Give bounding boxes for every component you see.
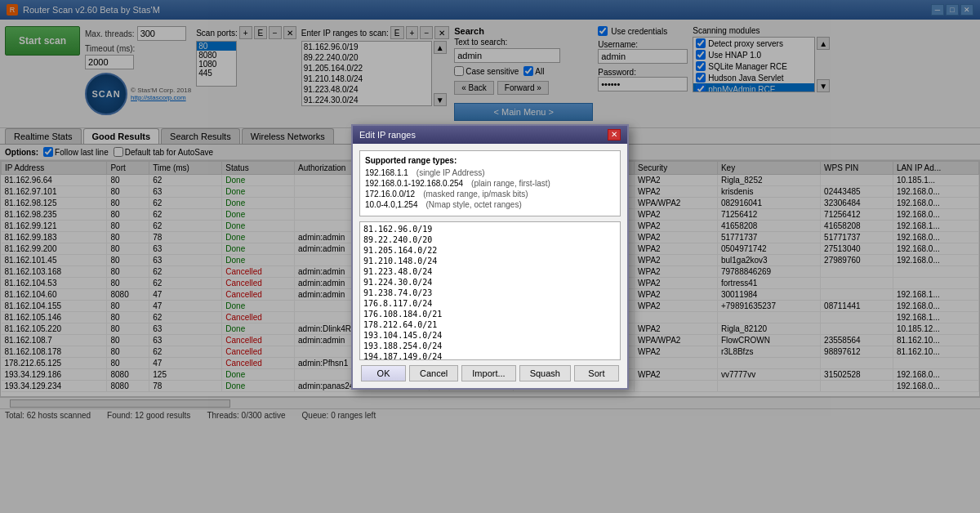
type-code-3: 172.16.0.0/12 — [365, 190, 415, 199]
modal-ip-item: 91.224.30.0/24 — [362, 277, 618, 288]
type-row-4: 10.0-4.0,1.254 (Nmap style, octet ranges… — [365, 200, 615, 209]
type-code-2: 192.168.0.1-192.168.0.254 — [365, 179, 463, 188]
modal-body: Supported range types: 192.168.1.1 (sing… — [353, 144, 627, 388]
modal-overlay: Edit IP ranges ✕ Supported range types: … — [0, 0, 980, 422]
modal-title-bar: Edit IP ranges ✕ — [353, 126, 627, 144]
modal-close-button[interactable]: ✕ — [608, 129, 621, 141]
type-desc-1: (single IP Address) — [416, 168, 485, 177]
modal-ip-item: 91.223.48.0/24 — [362, 266, 618, 277]
modal-title: Edit IP ranges — [359, 130, 416, 140]
type-desc-4: (Nmap style, octet ranges) — [426, 200, 522, 209]
modal-ip-item: 91.238.74.0/23 — [362, 288, 618, 298]
modal-ip-item: 194.187.149.0/24 — [362, 351, 618, 360]
modal-ip-item: 193.104.145.0/24 — [362, 330, 618, 341]
modal-cancel-button[interactable]: Cancel — [409, 365, 458, 381]
modal-ok-button[interactable]: OK — [361, 365, 406, 381]
modal-ip-item: 81.162.96.0/19 — [362, 224, 618, 234]
type-code-4: 10.0-4.0,1.254 — [365, 200, 418, 209]
modal-ip-item: 178.212.64.0/21 — [362, 319, 618, 330]
modal-ip-item: 193.188.254.0/24 — [362, 341, 618, 351]
modal-ip-textarea[interactable]: 81.162.96.0/19 89.22.240.0/20 91.205.164… — [359, 221, 621, 360]
modal-buttons: OK Cancel Import... Squash Sort — [359, 365, 621, 381]
type-desc-2: (plain range, first-last) — [471, 179, 550, 188]
type-row-3: 172.16.0.0/12 (masked range, ip/mask bit… — [365, 190, 615, 199]
edit-ip-ranges-modal: Edit IP ranges ✕ Supported range types: … — [351, 124, 629, 390]
supported-types-label: Supported range types: — [365, 156, 615, 165]
modal-info-box: Supported range types: 192.168.1.1 (sing… — [359, 150, 621, 216]
modal-ip-item: 89.22.240.0/20 — [362, 234, 618, 245]
type-row-2: 192.168.0.1-192.168.0.254 (plain range, … — [365, 179, 615, 188]
modal-ip-item: 176.8.117.0/24 — [362, 298, 618, 309]
type-desc-3: (masked range, ip/mask bits) — [423, 190, 528, 199]
modal-squash-button[interactable]: Squash — [519, 365, 571, 381]
modal-sort-button[interactable]: Sort — [574, 365, 619, 381]
modal-ip-item: 91.210.148.0/24 — [362, 256, 618, 266]
modal-import-button[interactable]: Import... — [461, 365, 515, 381]
type-code-1: 192.168.1.1 — [365, 168, 408, 177]
modal-ip-item: 176.108.184.0/21 — [362, 309, 618, 319]
modal-ip-item: 91.205.164.0/22 — [362, 245, 618, 256]
type-row-1: 192.168.1.1 (single IP Address) — [365, 168, 615, 177]
